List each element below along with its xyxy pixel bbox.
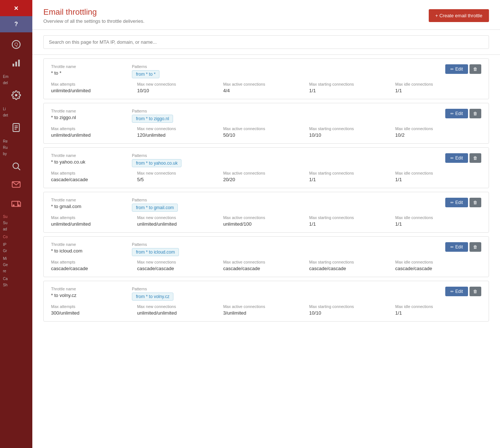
- stat-label: Max new connections: [137, 126, 223, 131]
- throttle-list: Throttle name * to * Patterns from * to …: [32, 55, 500, 448]
- main-content: Email throttling Overview of all the set…: [32, 0, 500, 448]
- stat-value: 10/10: [309, 132, 395, 138]
- throttle-stats: Max attempts 300/unlimited Max new conne…: [51, 304, 481, 316]
- close-button[interactable]: ×: [0, 0, 32, 16]
- settings-nav-icon[interactable]: [0, 86, 32, 104]
- throttle-card-header: Throttle name * to ziggo.nl Patterns fro…: [51, 109, 481, 123]
- delete-button[interactable]: 🗑: [470, 153, 481, 163]
- nav-group-su: Su Su ad: [0, 214, 32, 232]
- throttle-name-value: * to volny.cz: [51, 293, 117, 298]
- stat-col: Max starting connections 1/1: [309, 171, 395, 182]
- nav-item-su2[interactable]: Su: [0, 220, 32, 226]
- stat-label: Max attempts: [51, 82, 137, 86]
- stat-value: 1/1: [395, 177, 481, 182]
- edit-label: Edit: [455, 289, 463, 294]
- stat-col: Max attempts cascade/cascade: [51, 260, 137, 271]
- stat-value: cascade/cascade: [137, 266, 223, 271]
- stat-col: Max starting connections 1/1: [309, 215, 395, 227]
- stat-value: cascade/cascade: [223, 266, 309, 271]
- nav-item-li[interactable]: Li: [0, 106, 32, 112]
- truck-icon: [11, 198, 21, 208]
- edit-button[interactable]: ✏ Edit: [445, 153, 468, 163]
- stat-value: unlimited/unlimited: [51, 221, 137, 227]
- edit-icon: ✏: [450, 289, 454, 294]
- search-input[interactable]: [43, 35, 489, 49]
- throttle-name-label: Throttle name: [51, 198, 117, 202]
- stat-value: 1/1: [309, 177, 395, 182]
- throttle-card-left: Throttle name * to * Patterns from * to …: [51, 64, 445, 78]
- edit-button[interactable]: ✏ Edit: [445, 242, 468, 252]
- stat-value: 1/1: [309, 221, 395, 227]
- delete-button[interactable]: 🗑: [470, 287, 481, 296]
- throttle-stats: Max attempts unlimited/unlimited Max new…: [51, 82, 481, 93]
- stat-label: Max attempts: [51, 171, 137, 175]
- help-button[interactable]: ?: [0, 16, 32, 32]
- nav-item-su[interactable]: Su: [0, 214, 32, 220]
- stat-value: 50/10: [223, 132, 309, 138]
- nav-group-li: Li det: [0, 106, 32, 118]
- pattern-tag: from * to gmail.com: [132, 204, 178, 212]
- nav-item-sh[interactable]: Sh: [0, 282, 32, 288]
- svg-point-15: [12, 204, 14, 206]
- logo-icon[interactable]: Q: [0, 35, 32, 54]
- nav-item-ad[interactable]: ad: [0, 226, 32, 232]
- chart-nav-icon[interactable]: [0, 54, 32, 72]
- stat-value: cascade/cascade: [309, 266, 395, 271]
- patterns-label: Patterns: [132, 198, 445, 202]
- nav-item-gr[interactable]: Gr: [0, 248, 32, 254]
- stat-label: Max idle connections: [395, 260, 481, 264]
- nav-item-ca[interactable]: Ca: [0, 276, 32, 282]
- mail-nav-icon[interactable]: [0, 175, 32, 194]
- stat-col: Max idle connections 10/2: [395, 126, 481, 138]
- settings-icon: [11, 90, 21, 100]
- edit-button[interactable]: ✏ Edit: [445, 198, 468, 207]
- edit-button[interactable]: ✏ Edit: [445, 287, 468, 296]
- stat-col: Max active connections 50/10: [223, 126, 309, 138]
- delivery-nav-icon[interactable]: [0, 194, 32, 212]
- throttle-card-header: Throttle name * to yahoo.co.uk Patterns …: [51, 153, 481, 167]
- nav-item-co[interactable]: Co: [0, 234, 32, 240]
- nav-item-re2[interactable]: re: [0, 268, 32, 274]
- stat-value: 10/10: [137, 88, 223, 93]
- stat-col: Max new connections cascade/cascade: [137, 260, 223, 271]
- stat-value: cascade/cascade: [395, 266, 481, 271]
- nav-item-em[interactable]: Em: [0, 74, 32, 80]
- pattern-tag: from * to icloud.com: [132, 248, 179, 256]
- nav-item-del[interactable]: del: [0, 80, 32, 86]
- edit-button[interactable]: ✏ Edit: [445, 109, 468, 118]
- nav-item-ge[interactable]: Ge: [0, 262, 32, 268]
- stat-col: Max idle connections 1/1: [395, 304, 481, 316]
- nav-item-re[interactable]: Re: [0, 138, 32, 144]
- stat-value: 300/unlimited: [51, 310, 137, 316]
- throttle-card-actions: ✏ Edit 🗑: [445, 109, 481, 118]
- delete-button[interactable]: 🗑: [470, 242, 481, 252]
- stat-col: Max attempts cascade/cascade: [51, 171, 137, 182]
- delete-button[interactable]: 🗑: [470, 109, 481, 118]
- nav-item-by[interactable]: by: [0, 151, 32, 157]
- pattern-tag: from * to yahoo.co.uk: [132, 159, 181, 167]
- stat-value: unlimited/unlimited: [51, 132, 137, 138]
- throttle-name-section: Throttle name * to icloud.com: [51, 242, 117, 254]
- search-nav-icon[interactable]: [0, 157, 32, 175]
- stat-label: Max starting connections: [309, 126, 395, 131]
- create-throttle-button[interactable]: + Create email throttle: [429, 9, 489, 22]
- throttle-name-value: * to gmail.com: [51, 204, 117, 209]
- delete-button[interactable]: 🗑: [470, 198, 481, 207]
- edit-label: Edit: [455, 155, 463, 161]
- delete-icon: 🗑: [473, 244, 478, 250]
- doc-nav-icon[interactable]: [0, 118, 32, 137]
- stat-value: 10/10: [309, 310, 395, 316]
- search-icon: [11, 161, 21, 171]
- stat-value: cascade/cascade: [51, 177, 137, 182]
- svg-line-11: [18, 168, 20, 170]
- nav-item-mi[interactable]: Mi: [0, 255, 32, 262]
- nav-item-ru[interactable]: Ru: [0, 144, 32, 151]
- stat-value: 20/20: [223, 177, 309, 182]
- page-subtitle: Overview of all the settings to throttle…: [43, 18, 144, 24]
- delete-button[interactable]: 🗑: [470, 64, 481, 74]
- nav-item-li-det[interactable]: det: [0, 112, 32, 118]
- throttle-stats: Max attempts cascade/cascade Max new con…: [51, 260, 481, 271]
- nav-item-ip[interactable]: IP: [0, 241, 32, 248]
- edit-button[interactable]: ✏ Edit: [445, 64, 468, 74]
- page-title: Email throttling: [43, 7, 144, 17]
